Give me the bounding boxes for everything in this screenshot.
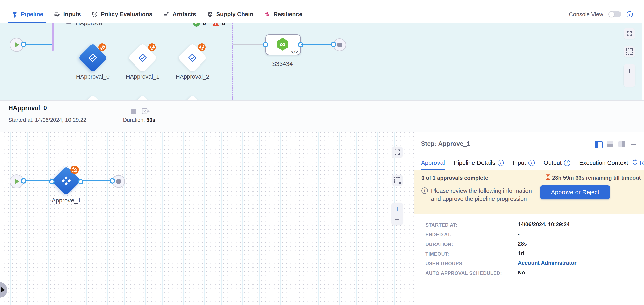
marquee-select-button[interactable] bbox=[624, 46, 635, 57]
tab-inputs[interactable]: Inputs bbox=[54, 6, 81, 23]
timeout-remaining: 23h 59m 33s remaining till timeout bbox=[545, 174, 641, 182]
stage-duration: Duration: 30s bbox=[123, 117, 156, 123]
step-node-partial bbox=[182, 99, 203, 100]
zoom-in-button[interactable]: + bbox=[624, 67, 635, 75]
zoom-out-button[interactable]: − bbox=[391, 215, 403, 224]
console-view-toggle[interactable] bbox=[608, 11, 621, 18]
tab-approval[interactable]: Approval bbox=[421, 156, 445, 170]
success-badge-icon: ✓ bbox=[193, 23, 200, 26]
resilience-icon bbox=[264, 11, 270, 18]
layout-split-right-button[interactable] bbox=[595, 141, 602, 148]
approval-step-icon bbox=[182, 48, 203, 68]
left-drawer-handle[interactable] bbox=[0, 282, 7, 298]
tab-input[interactable]: Input i bbox=[513, 156, 535, 170]
layout-bottom-button[interactable] bbox=[607, 141, 613, 147]
approval-step-icon bbox=[132, 48, 153, 68]
tab-pipeline[interactable]: Pipeline bbox=[12, 6, 43, 23]
tab-artifacts[interactable]: Artifacts bbox=[163, 6, 196, 23]
connector-line-gray bbox=[233, 44, 263, 44]
connector-line bbox=[83, 180, 112, 181]
inputs-icon bbox=[54, 11, 60, 18]
marquee-select-button[interactable] bbox=[392, 175, 402, 186]
tab-policy-evaluations-label: Policy Evaluations bbox=[101, 11, 152, 18]
connector-dot bbox=[49, 179, 55, 184]
step-node-happroval-0[interactable] bbox=[82, 48, 103, 68]
connector-dot bbox=[331, 42, 336, 47]
zoom-out-button[interactable]: − bbox=[624, 77, 635, 85]
marquee-select-icon bbox=[626, 48, 632, 55]
stage-summary-title: HApproval_0 bbox=[8, 104, 47, 112]
console-info-icon[interactable]: i bbox=[626, 11, 633, 18]
info-icon[interactable]: i bbox=[528, 160, 535, 166]
refresh-button[interactable]: Re bbox=[632, 156, 644, 170]
tab-artifacts-label: Artifacts bbox=[172, 11, 196, 18]
step-node-label: S33434 bbox=[256, 60, 308, 67]
zoom-controls: + − bbox=[391, 202, 403, 225]
stop-icon bbox=[116, 179, 121, 184]
connector-line bbox=[301, 44, 333, 44]
step-node-happroval-2[interactable] bbox=[182, 48, 203, 68]
marquee-select-icon bbox=[394, 177, 400, 184]
detail-row: STARTED AT: 14/06/2024, 10:29:24 bbox=[414, 222, 644, 230]
approval-banner: 0 of 1 approvals complete 23h 59m 33s re… bbox=[414, 170, 644, 214]
info-icon[interactable]: i bbox=[498, 160, 504, 166]
detail-row: TIMEOUT: 1d bbox=[414, 250, 644, 258]
tab-execution-context[interactable]: Execution Context bbox=[579, 156, 628, 170]
shield-check-icon bbox=[92, 11, 98, 18]
supply-chain-shield-icon bbox=[207, 11, 213, 18]
stop-icon bbox=[338, 42, 342, 47]
hourglass-icon bbox=[545, 174, 550, 182]
info-icon[interactable]: i bbox=[564, 160, 570, 166]
refresh-icon bbox=[632, 159, 638, 166]
status-square-icon bbox=[131, 109, 136, 114]
minimize-panel-button[interactable] bbox=[631, 144, 636, 145]
approval-progress: 0 of 1 approvals complete bbox=[422, 175, 488, 181]
step-node-label: HApproval_0 bbox=[67, 73, 119, 80]
stage-name: HApproval bbox=[76, 23, 104, 26]
stage-boundary-left bbox=[53, 23, 53, 100]
stage-boundary-right bbox=[232, 23, 233, 100]
tab-inputs-label: Inputs bbox=[63, 11, 81, 18]
step-node-partial bbox=[82, 99, 103, 100]
stage-graph-canvas[interactable]: HApproval ✓ 0 ! 0 bbox=[0, 23, 644, 100]
step-graph-canvas[interactable]: Approve_1 + − bbox=[0, 132, 414, 305]
zoom-controls: + − bbox=[624, 64, 635, 87]
scrollbar-track[interactable] bbox=[642, 23, 644, 100]
error-count: 0 bbox=[222, 23, 225, 27]
fullscreen-button[interactable] bbox=[624, 28, 635, 39]
step-panel-tabs: Approval Pipeline Details i Input i Outp… bbox=[414, 156, 644, 170]
artifacts-icon bbox=[163, 11, 170, 18]
fullscreen-button[interactable] bbox=[392, 147, 402, 158]
error-badge-icon: ! bbox=[212, 23, 219, 26]
step-node-s33434[interactable]: ∞ </> bbox=[265, 34, 301, 55]
detail-row: AUTO APPROVAL SCHEDULED: No bbox=[414, 270, 644, 278]
connector-dot bbox=[298, 42, 303, 48]
timeout-clock-badge-icon bbox=[98, 44, 106, 51]
approve-or-reject-button[interactable]: Approve or Reject bbox=[540, 186, 610, 199]
timeout-clock-badge-icon bbox=[70, 166, 79, 174]
detail-row: ENDED AT: - bbox=[414, 231, 644, 239]
tab-resilience-label: Resilience bbox=[274, 11, 302, 18]
connector-dot bbox=[263, 42, 268, 48]
tab-output[interactable]: Output i bbox=[544, 156, 570, 170]
tab-pipeline-details[interactable]: Pipeline Details i bbox=[454, 156, 504, 170]
step-node-happroval-1[interactable] bbox=[132, 48, 153, 68]
detail-row: DURATION: 28s bbox=[414, 241, 644, 249]
tab-supply-chain[interactable]: Supply Chain bbox=[207, 6, 253, 23]
collapse-stage-icon[interactable] bbox=[66, 23, 71, 24]
tab-policy-evaluations[interactable]: Policy Evaluations bbox=[92, 6, 152, 23]
step-node-label: HApproval_2 bbox=[166, 73, 218, 80]
stage-header[interactable]: HApproval bbox=[66, 23, 104, 26]
approval-message: Please review the following information … bbox=[431, 187, 532, 203]
step-node-approve-1[interactable] bbox=[56, 170, 77, 191]
layout-right-button[interactable] bbox=[618, 141, 625, 147]
user-group-link[interactable]: Account Administrator bbox=[518, 260, 576, 266]
step-panel-title: Step: Approve_1 bbox=[421, 140, 470, 148]
execution-navbar: Pipeline Inputs Policy Evaluations Artif… bbox=[0, 6, 644, 23]
success-count: 0 bbox=[203, 23, 206, 27]
connector-dot bbox=[78, 179, 83, 184]
navbar-right-group: Console View i bbox=[569, 6, 633, 23]
toggle-knob bbox=[609, 12, 614, 17]
tab-resilience[interactable]: Resilience bbox=[264, 6, 302, 23]
zoom-in-button[interactable]: + bbox=[391, 205, 403, 214]
